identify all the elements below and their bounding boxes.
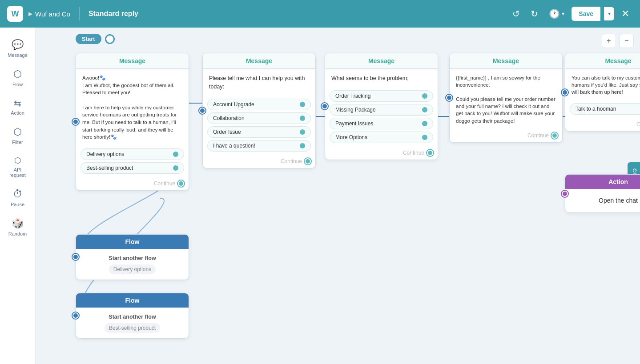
history-button[interactable]: 🕐 ▾ xyxy=(545,6,568,22)
sidebar: 💬 Message ⬡ Flow ⇆ Action ⬡ Filter ⬡ API… xyxy=(0,28,36,364)
flow-val-2: Best-selling product xyxy=(105,323,160,333)
header: W ▶ Wuf and Co Standard reply ↺ ↻ 🕐 ▾ Sa… xyxy=(0,0,640,28)
undo-button[interactable]: ↺ xyxy=(509,6,523,22)
flow-card-header-1: Flow xyxy=(76,235,189,249)
message-card-4[interactable]: Message {{first_name}} , I am so sowwy f… xyxy=(449,53,563,143)
flow-card-2[interactable]: Flow Start another flow Best-selling pro… xyxy=(76,293,189,339)
message-icon: 💬 xyxy=(12,39,24,51)
flow-icon: ⬡ xyxy=(13,68,22,80)
option-order-issue[interactable]: Order Issue xyxy=(207,126,311,138)
continue-row-2: Continue xyxy=(203,156,315,168)
input-connector-flow2 xyxy=(72,312,79,319)
sidebar-label-pause: Pause xyxy=(11,202,24,207)
option-collab[interactable]: Collaboration xyxy=(207,112,311,124)
sidebar-item-action[interactable]: ⇆ Action xyxy=(3,93,33,120)
sidebar-label-filter: Filter xyxy=(12,140,23,145)
save-button[interactable]: Save xyxy=(572,7,600,21)
sidebar-label-random: Random xyxy=(8,231,27,236)
input-connector-1 xyxy=(72,119,79,125)
flow-card-body-2: Start another flow Best-selling product xyxy=(76,308,189,338)
continue-row-1: Continue xyxy=(76,178,189,190)
card-header-4: Message xyxy=(450,53,562,69)
input-connector-3 xyxy=(322,103,328,109)
option-dot xyxy=(173,165,178,171)
card-header-3: Message xyxy=(325,53,438,69)
action-card-1[interactable]: Action Open the chat xyxy=(565,174,640,213)
send-icon: ▶ xyxy=(28,11,32,17)
output-connector-3 xyxy=(427,150,433,156)
continue-row-5: Continue xyxy=(565,119,640,131)
card-body-3: What seems to be the problem; xyxy=(325,69,438,88)
header-divider xyxy=(79,7,80,20)
zoom-out-button[interactable]: − xyxy=(620,34,634,48)
page-title: Standard reply xyxy=(89,10,503,18)
option-dot-mp xyxy=(422,107,427,112)
close-button[interactable]: ✕ xyxy=(618,6,633,21)
card-body-4: {{first_name}} , I am so sowwy for the i… xyxy=(450,69,562,130)
sidebar-item-api-request[interactable]: ⬡ API request xyxy=(3,151,33,182)
flow-card-header-2: Flow xyxy=(76,293,189,308)
input-connector-flow1 xyxy=(72,254,79,260)
option-tracking[interactable]: Order Tracking xyxy=(330,90,433,102)
input-connector-2 xyxy=(199,108,205,114)
flow-val-1: Delivery options xyxy=(109,264,156,274)
flow-card-1[interactable]: Flow Start another flow Delivery options xyxy=(76,234,189,280)
option-delivery[interactable]: Delivery options xyxy=(81,148,184,160)
header-actions: ↺ ↻ 🕐 ▾ Save ▾ ✕ xyxy=(509,6,633,22)
option-account[interactable]: Account Upgrade xyxy=(207,99,311,110)
card-body-5: You can also talk to my customer service… xyxy=(565,69,640,101)
message-card-2[interactable]: Message Please tell me what I can help y… xyxy=(202,53,316,168)
output-connector-1 xyxy=(178,180,184,187)
option-hooman[interactable]: Talk to a hooman xyxy=(570,103,640,115)
option-missing[interactable]: Missing Package xyxy=(330,104,433,116)
input-connector-5 xyxy=(562,89,568,96)
option-question[interactable]: I have a question! xyxy=(207,140,311,152)
card-body-2: Please tell me what I can help you with … xyxy=(203,69,315,96)
card-header-2: Message xyxy=(203,53,315,69)
sidebar-label-api: API request xyxy=(6,167,29,178)
action-card-body: Open the chat xyxy=(565,189,640,212)
options-2: Account Upgrade Collaboration Order Issu… xyxy=(203,99,315,156)
filter-icon: ⬡ xyxy=(13,126,22,138)
sidebar-item-random[interactable]: 🎲 Random xyxy=(3,213,33,241)
zoom-controls: + − xyxy=(602,34,634,48)
options-5: Talk to a hooman xyxy=(565,103,640,119)
option-dot xyxy=(173,152,178,157)
card-header-5: Message xyxy=(565,53,640,69)
sidebar-item-flow[interactable]: ⬡ Flow xyxy=(3,64,33,92)
start-circle xyxy=(105,34,115,44)
continue-row-3: Continue xyxy=(325,147,438,160)
sidebar-label-action: Action xyxy=(11,110,24,116)
option-dot-q xyxy=(300,143,305,148)
random-icon: 🎲 xyxy=(12,218,24,229)
api-icon: ⬡ xyxy=(14,156,21,165)
option-more[interactable]: More Options xyxy=(330,132,433,143)
canvas[interactable]: Start Message Awooo!🐾 I am Wufbot, the g… xyxy=(36,28,640,364)
message-card-3[interactable]: Message What seems to be the problem; Or… xyxy=(325,53,438,160)
flow-card-body-1: Start another flow Delivery options xyxy=(76,249,189,280)
output-connector-4 xyxy=(551,132,558,139)
option-dot-mo xyxy=(422,135,427,140)
message-card-5[interactable]: Message You can also talk to my customer… xyxy=(565,53,640,132)
sidebar-item-filter[interactable]: ⬡ Filter xyxy=(3,122,33,149)
option-dot-au xyxy=(300,102,305,107)
brand-name: ▶ Wuf and Co xyxy=(28,10,70,18)
pause-icon: ⏱ xyxy=(13,188,23,200)
input-connector-action xyxy=(562,191,568,197)
zoom-in-button[interactable]: + xyxy=(602,34,616,48)
continue-row-4: Continue xyxy=(450,130,562,142)
sidebar-item-pause[interactable]: ⏱ Pause xyxy=(3,184,33,212)
output-connector-2 xyxy=(305,158,311,164)
start-label: Start xyxy=(76,34,101,44)
input-connector-4 xyxy=(446,95,452,101)
option-dot-pi xyxy=(422,121,427,126)
action-icon: ⇆ xyxy=(14,98,21,108)
message-card-1[interactable]: Message Awooo!🐾 I am Wufbot, the goodest… xyxy=(76,53,189,191)
save-dropdown-button[interactable]: ▾ xyxy=(604,7,614,20)
sidebar-item-message[interactable]: 💬 Message xyxy=(3,35,33,62)
options-3: Order Tracking Missing Package Payment I… xyxy=(325,90,438,147)
option-payment[interactable]: Payment Issues xyxy=(330,118,433,129)
option-bestselling[interactable]: Best-selling product xyxy=(81,162,184,174)
card-body-1: Awooo!🐾 I am Wufbot, the goodest bot of … xyxy=(76,69,189,146)
redo-button[interactable]: ↻ xyxy=(527,6,542,22)
